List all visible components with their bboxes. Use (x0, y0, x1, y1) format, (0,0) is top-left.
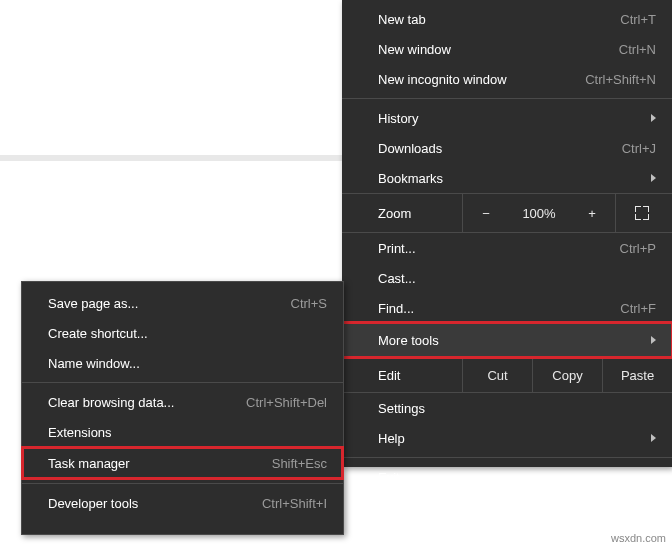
menu-item-new-tab[interactable]: New tab Ctrl+T (342, 4, 672, 34)
menu-item-label: History (378, 111, 418, 126)
zoom-out-button[interactable]: − (462, 194, 509, 232)
submenu-item-clear-browsing[interactable]: Clear browsing data... Ctrl+Shift+Del (22, 387, 343, 417)
edit-label: Edit (342, 368, 462, 383)
submenu-item-create-shortcut[interactable]: Create shortcut... (22, 318, 343, 348)
menu-item-help[interactable]: Help (342, 423, 672, 453)
menu-item-new-incognito[interactable]: New incognito window Ctrl+Shift+N (342, 64, 672, 94)
zoom-level: 100% (509, 194, 569, 232)
menu-item-label: Exit (378, 470, 400, 485)
edit-paste-button[interactable]: Paste (602, 358, 672, 392)
menu-item-shortcut: Ctrl+P (620, 241, 656, 256)
main-context-menu: New tab Ctrl+T New window Ctrl+N New inc… (342, 0, 672, 467)
submenu-item-name-window[interactable]: Name window... (22, 348, 343, 378)
menu-separator (22, 382, 343, 383)
edit-copy-button[interactable]: Copy (532, 358, 602, 392)
menu-item-history[interactable]: History (342, 103, 672, 133)
menu-item-shortcut: Ctrl+N (619, 42, 656, 57)
menu-item-shortcut: Ctrl+F (620, 301, 656, 316)
zoom-in-button[interactable]: + (569, 194, 615, 232)
submenu-item-developer-tools[interactable]: Developer tools Ctrl+Shift+I (22, 488, 343, 518)
menu-item-label: Cast... (378, 271, 416, 286)
menu-item-bookmarks[interactable]: Bookmarks (342, 163, 672, 193)
menu-item-settings[interactable]: Settings (342, 393, 672, 423)
menu-item-zoom: Zoom − 100% + (342, 193, 672, 233)
menu-item-label: Create shortcut... (48, 326, 148, 341)
menu-item-label: Help (378, 431, 405, 446)
chevron-right-icon (651, 114, 656, 122)
menu-item-label: New incognito window (378, 72, 507, 87)
edit-cut-button[interactable]: Cut (462, 358, 532, 392)
menu-item-print[interactable]: Print... Ctrl+P (342, 233, 672, 263)
menu-item-more-tools[interactable]: More tools (342, 323, 672, 357)
menu-separator (22, 483, 343, 484)
menu-item-shortcut: Ctrl+J (622, 141, 656, 156)
menu-item-label: Downloads (378, 141, 442, 156)
fullscreen-icon (635, 206, 649, 220)
chevron-right-icon (651, 336, 656, 344)
menu-separator (342, 457, 672, 458)
menu-item-label: Clear browsing data... (48, 395, 174, 410)
menu-item-label: Settings (378, 401, 425, 416)
menu-item-label: More tools (378, 333, 439, 348)
menu-item-shortcut: Ctrl+Shift+N (585, 72, 656, 87)
more-tools-submenu: Save page as... Ctrl+S Create shortcut..… (21, 281, 344, 535)
menu-item-shortcut: Ctrl+S (291, 296, 327, 311)
menu-item-label: Name window... (48, 356, 140, 371)
menu-item-label: Find... (378, 301, 414, 316)
menu-item-label: New window (378, 42, 451, 57)
menu-item-new-window[interactable]: New window Ctrl+N (342, 34, 672, 64)
chevron-right-icon (651, 174, 656, 182)
menu-item-shortcut: Ctrl+Shift+I (262, 496, 327, 511)
menu-item-shortcut: Ctrl+T (620, 12, 656, 27)
menu-item-shortcut: Shift+Esc (272, 456, 327, 471)
menu-item-downloads[interactable]: Downloads Ctrl+J (342, 133, 672, 163)
menu-item-label: New tab (378, 12, 426, 27)
submenu-item-save-page[interactable]: Save page as... Ctrl+S (22, 288, 343, 318)
menu-item-label: Print... (378, 241, 416, 256)
menu-item-label: Save page as... (48, 296, 138, 311)
submenu-item-task-manager[interactable]: Task manager Shift+Esc (22, 447, 343, 479)
chevron-right-icon (651, 434, 656, 442)
menu-item-label: Developer tools (48, 496, 138, 511)
background-strip (0, 155, 342, 161)
zoom-label: Zoom (342, 206, 462, 221)
menu-separator (342, 98, 672, 99)
menu-item-edit: Edit Cut Copy Paste (342, 357, 672, 393)
watermark-text: wsxdn.com (611, 532, 666, 544)
menu-item-exit[interactable]: Exit (342, 462, 672, 492)
menu-item-cast[interactable]: Cast... (342, 263, 672, 293)
menu-item-shortcut: Ctrl+Shift+Del (246, 395, 327, 410)
menu-item-label: Bookmarks (378, 171, 443, 186)
menu-item-find[interactable]: Find... Ctrl+F (342, 293, 672, 323)
menu-item-label: Task manager (48, 456, 130, 471)
submenu-item-extensions[interactable]: Extensions (22, 417, 343, 447)
fullscreen-button[interactable] (615, 194, 668, 232)
menu-item-label: Extensions (48, 425, 112, 440)
